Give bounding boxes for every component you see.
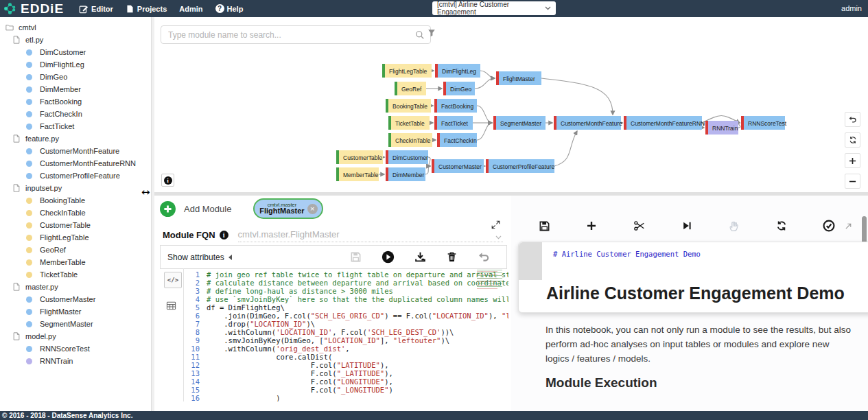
tree-item-model.py[interactable]: model.py: [0, 330, 151, 342]
tree-item-GeoRef[interactable]: GeoRef: [0, 244, 151, 256]
tree-item-master.py[interactable]: master.py: [0, 281, 151, 293]
module-dot-icon: [26, 358, 32, 364]
tree-item-FlightMaster[interactable]: FlightMaster: [0, 305, 151, 318]
graph-node-SegmentMaster[interactable]: SegmentMaster: [493, 116, 546, 130]
tree-item-label: feature.py: [25, 135, 59, 143]
zoom-out-button[interactable]: [845, 174, 860, 189]
tree-item-FactTicket[interactable]: FactTicket: [0, 120, 151, 132]
tree-item-CustomerTable[interactable]: CustomerTable: [0, 219, 151, 231]
svg-text:MemberTable: MemberTable: [343, 172, 379, 178]
project-selector[interactable]: [cmtvl] Airline Customer Engagement: [432, 1, 556, 15]
nav-item-help[interactable]: ? Help: [215, 4, 244, 13]
tree-item-CustomerMonthFeature[interactable]: CustomerMonthFeature: [0, 145, 151, 157]
notebook-cell[interactable]: # Airline Customer Engagement Demo Airli…: [518, 242, 868, 313]
table-view-icon[interactable]: [166, 301, 176, 311]
show-attributes-toggle[interactable]: Show attributes: [167, 253, 232, 262]
graph-node-CustomerProfileFeature[interactable]: CustomerProfileFeature: [486, 159, 555, 173]
zoom-in-button[interactable]: [845, 153, 860, 168]
graph-info-button[interactable]: i: [161, 174, 174, 187]
close-icon[interactable]: ×: [307, 204, 318, 214]
drag-hand-icon[interactable]: [728, 220, 740, 232]
tree-item-label: RNNScoreTest: [40, 345, 90, 353]
nav-item-projects[interactable]: Projects: [126, 4, 167, 14]
tree-item-FactCheckIn[interactable]: FactCheckIn: [0, 108, 151, 120]
tree-item-BookingTable[interactable]: BookingTable: [0, 194, 151, 207]
expand-icon[interactable]: [491, 220, 500, 229]
user-label[interactable]: admin: [841, 0, 862, 17]
code-minimap[interactable]: [477, 270, 506, 289]
tree-item-cmtvl[interactable]: cmtvl: [0, 21, 151, 34]
tree-item-MemberTable[interactable]: MemberTable: [0, 256, 151, 268]
code-view-icon[interactable]: </>: [164, 272, 182, 288]
open-external-icon[interactable]: [844, 222, 853, 231]
nav-item-admin[interactable]: Admin: [179, 5, 202, 13]
run-cell-icon[interactable]: [681, 220, 692, 231]
graph-node-DimGeo[interactable]: DimGeo: [443, 82, 475, 95]
code-lines[interactable]: 1# join geo ref table twice to flight ta…: [183, 270, 508, 401]
tree-item-etl.py[interactable]: etl.py: [0, 34, 151, 46]
graph-refresh-button[interactable]: [845, 132, 860, 148]
download-icon[interactable]: [414, 251, 426, 263]
graph-node-FlightLegTable[interactable]: FlightLegTable: [382, 64, 432, 78]
tree-item-label: CheckInTable: [40, 209, 86, 217]
add-module-button[interactable]: Add Module: [160, 201, 231, 217]
chevron-down-icon[interactable]: [495, 235, 502, 240]
info-icon[interactable]: i: [220, 231, 228, 240]
tree-item-DimMember[interactable]: DimMember: [0, 83, 151, 95]
graph-node-CustomerMonthFeatureRNN[interactable]: CustomerMonthFeatureRNN: [624, 116, 705, 130]
tree-item-DimGeo[interactable]: DimGeo: [0, 71, 151, 83]
tree-item-CustomerMaster[interactable]: CustomerMaster: [0, 293, 151, 305]
tree-item-DimFlightLeg[interactable]: DimFlightLeg: [0, 58, 151, 71]
module-tab-flightmaster[interactable]: cmtvl.master FlightMaster ×: [253, 198, 323, 219]
graph-node-RNNTrain[interactable]: RNNTrain: [705, 121, 738, 135]
tree-item-FactBooking[interactable]: FactBooking: [0, 95, 151, 108]
graph-node-RNNScoreTest[interactable]: RNNScoreTest: [741, 116, 787, 130]
save-icon[interactable]: [350, 251, 362, 263]
graph-node-FactCheckIn[interactable]: FactCheckIn: [437, 133, 477, 147]
graph-node-CheckInTable[interactable]: CheckInTable: [388, 133, 432, 147]
tree-item-CheckInTable[interactable]: CheckInTable: [0, 207, 151, 219]
tree-item-RNNTrain[interactable]: RNNTrain: [0, 355, 151, 367]
graph-node-CustomerMonthFeature[interactable]: CustomerMonthFeature: [554, 116, 622, 130]
graph-node-CustomerTable[interactable]: CustomerTable: [336, 150, 383, 164]
graph-node-GeoRef[interactable]: GeoRef: [395, 82, 426, 95]
tree-item-inputset.py[interactable]: inputset.py: [0, 182, 151, 194]
graph-node-TicketTable[interactable]: TicketTable: [388, 116, 430, 130]
graph-node-CustomerMaster[interactable]: CustomerMaster: [432, 159, 484, 173]
tree-item-DimCustomer[interactable]: DimCustomer: [0, 46, 151, 58]
graph-node-DimMember[interactable]: DimMember: [386, 167, 425, 181]
graph-node-FactTicket[interactable]: FactTicket: [434, 116, 473, 130]
undo-icon[interactable]: [478, 251, 490, 264]
graph-node-MemberTable[interactable]: MemberTable: [336, 167, 379, 181]
graph-node-DimCustomer[interactable]: DimCustomer: [386, 150, 428, 164]
graph-node-BookingTable[interactable]: BookingTable: [386, 99, 431, 113]
tree-item-label: FactTicket: [40, 122, 74, 130]
run-icon[interactable]: [382, 250, 395, 264]
tree-item-CustomerMonthFeatureRNN[interactable]: CustomerMonthFeatureRNN: [0, 157, 151, 170]
save-icon[interactable]: [539, 220, 550, 232]
tree-item-CustomerProfileFeature[interactable]: CustomerProfileFeature: [0, 170, 151, 182]
nav-item-editor[interactable]: Editor: [79, 4, 113, 14]
tree-item-feature.py[interactable]: feature.py: [0, 132, 151, 145]
tree-item-TicketTable[interactable]: TicketTable: [0, 268, 151, 281]
delete-icon[interactable]: [446, 251, 458, 263]
app: EDDiE Editor Projects Admin ? Help: [0, 0, 868, 420]
module-fqn-input[interactable]: cmtvl.master.FlightMaster: [238, 228, 503, 242]
graph-undo-button[interactable]: [845, 112, 860, 127]
tree-item-SegmentMaster[interactable]: SegmentMaster: [0, 318, 151, 330]
brand[interactable]: EDDiE: [0, 0, 64, 17]
tree-item-label: MemberTable: [40, 258, 86, 266]
restart-icon[interactable]: [776, 220, 787, 231]
cut-cell-icon[interactable]: [633, 220, 646, 232]
validate-check-icon[interactable]: [823, 220, 835, 232]
tree-item-FlightLegTable[interactable]: FlightLegTable: [0, 231, 151, 244]
svg-text:FlightLegTable: FlightLegTable: [389, 68, 427, 75]
resize-cursor-icon: ↔: [141, 186, 150, 198]
graph-node-FactBooking[interactable]: FactBooking: [434, 99, 477, 113]
tree-item-RNNScoreTest[interactable]: RNNScoreTest: [0, 342, 151, 355]
graph-node-FlightMaster[interactable]: FlightMaster: [496, 71, 541, 85]
graph-node-DimFlightLeg[interactable]: DimFlightLeg: [435, 64, 480, 78]
code-editor[interactable]: </> 1# join geo ref table twice to fligh…: [160, 268, 508, 401]
add-cell-icon[interactable]: [586, 220, 597, 231]
module-dot-icon: [26, 74, 32, 80]
